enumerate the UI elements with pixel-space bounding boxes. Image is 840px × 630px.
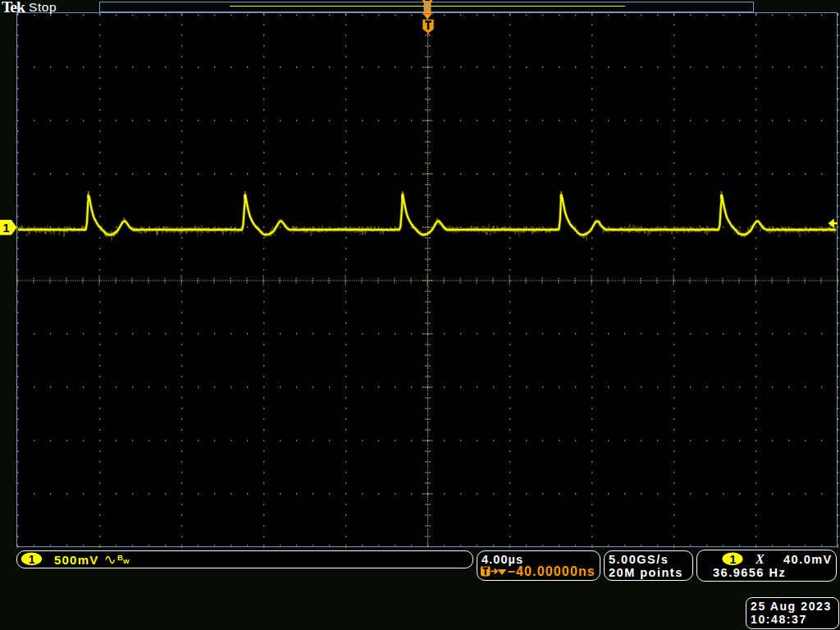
svg-text:W: W [123, 557, 130, 564]
svg-text:B: B [117, 552, 123, 561]
